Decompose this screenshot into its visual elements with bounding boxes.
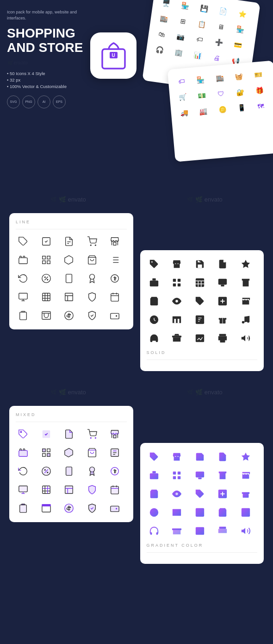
hero-subtitle: Icon pack for mobile app, website and in… <box>7 9 90 21</box>
svg-point-98 <box>47 472 48 473</box>
line-store2b-icon <box>39 308 54 323</box>
solid-building2-icon <box>169 331 184 346</box>
mixed-computer-icon <box>16 482 31 497</box>
gradient-star-icon <box>238 449 253 464</box>
svg-rect-11 <box>42 256 45 259</box>
store3-icon: 🏬 <box>213 71 227 85</box>
gradient-icon-grid <box>147 449 258 538</box>
ai-badge: AI <box>37 95 50 108</box>
mixed-cart-icon <box>85 427 99 442</box>
svg-rect-26 <box>66 274 72 283</box>
coins-icon: 🪙 <box>216 102 230 116</box>
solid-tag2-icon <box>192 294 207 309</box>
line-tag-icon <box>16 234 31 249</box>
envato-watermark-right: 🌿 envato <box>187 196 223 203</box>
svg-rect-9 <box>113 242 116 245</box>
svg-point-101 <box>89 467 94 472</box>
solid-doc-icon <box>215 257 230 271</box>
line-store-icon <box>107 234 122 249</box>
mixed-calendar-icon <box>107 482 122 497</box>
svg-point-80 <box>20 431 22 433</box>
mixed-wallet-icon <box>107 501 122 516</box>
svg-rect-30 <box>19 293 27 299</box>
svg-rect-111 <box>65 486 73 494</box>
shield-icon: 🛡 <box>214 87 228 101</box>
svg-rect-141 <box>195 527 204 535</box>
mixed-list2-icon <box>107 445 122 460</box>
svg-rect-66 <box>173 316 181 323</box>
gradient-warehouse-icon <box>169 505 184 520</box>
coupon-icon: 🎫 <box>251 68 265 82</box>
solid-desktop-icon <box>215 275 230 290</box>
svg-rect-13 <box>42 261 45 264</box>
svg-marker-47 <box>241 260 249 268</box>
hero-section: Icon pack for mobile app, website and in… <box>0 0 273 185</box>
png-badge: PNG <box>22 95 35 108</box>
svg-point-82 <box>90 437 91 438</box>
gradient-bag-icon <box>147 486 161 501</box>
mixed-grid3-icon <box>39 482 54 497</box>
gradient-store-icon <box>169 449 184 464</box>
solid-eye-icon <box>169 294 184 309</box>
gradient-tag2-icon <box>192 486 207 501</box>
mixed-shield3-icon <box>85 501 99 516</box>
gradient-list2-icon <box>238 505 253 520</box>
grid-icon: ⊞ <box>176 14 191 29</box>
building-icon: 🏢 <box>171 45 186 60</box>
gradient-store2-icon <box>215 468 230 483</box>
tag-icon: 🏷 <box>192 32 207 47</box>
eps-badge: EPS <box>53 95 66 108</box>
mixed-store-icon <box>107 427 122 442</box>
line-box-icon <box>62 253 76 267</box>
svg-rect-103 <box>19 486 27 492</box>
mixed-check-icon <box>39 427 54 442</box>
svg-marker-79 <box>241 335 245 341</box>
list-icon: 📋 <box>195 17 210 32</box>
line-dollar2-icon <box>62 308 76 323</box>
solid-headset-icon <box>147 331 161 346</box>
line-list2-icon <box>107 253 122 267</box>
svg-rect-75 <box>195 335 204 342</box>
mixed-clipboard-icon <box>16 501 31 516</box>
line-reward-icon <box>85 271 99 286</box>
svg-rect-140 <box>172 529 181 530</box>
svg-marker-119 <box>241 453 249 461</box>
envato-watermark-left: 🌿 envato <box>50 196 86 203</box>
svg-rect-87 <box>47 449 50 452</box>
svg-rect-89 <box>47 454 50 456</box>
line-grid2-icon <box>39 253 54 267</box>
feature-size: 32 px <box>7 77 90 82</box>
mixed-store2b-icon <box>39 501 54 516</box>
dollar-icon: 💵 <box>195 88 209 102</box>
svg-rect-138 <box>150 532 152 535</box>
line-doc-icon <box>62 234 76 249</box>
solid-store3-icon <box>238 294 253 309</box>
svg-rect-120 <box>149 473 158 479</box>
mixed-style-card: MIXED <box>9 406 133 522</box>
svg-rect-43 <box>20 312 27 320</box>
printer-icon: 🖨 <box>209 51 224 65</box>
hero-left-panel: Icon pack for mobile app, website and in… <box>0 0 97 185</box>
camera-icon: 📷 <box>174 30 188 44</box>
star-icon: ⭐ <box>235 6 250 21</box>
svg-point-73 <box>247 320 249 323</box>
line-divider <box>16 229 127 229</box>
mixed-shield2-icon <box>85 482 99 497</box>
pay-icon: 💳 <box>230 38 245 52</box>
solid-star-icon <box>238 257 253 271</box>
store-icon: 🏪 <box>178 0 192 13</box>
line-recycle-icon <box>16 271 31 286</box>
mixed-discount-icon <box>39 464 54 479</box>
svg-rect-127 <box>198 478 201 480</box>
svg-rect-84 <box>113 435 116 438</box>
gradient-plus-icon <box>215 486 230 501</box>
gift-icon: 🎁 <box>253 83 267 97</box>
svg-point-72 <box>242 321 244 324</box>
svg-rect-112 <box>111 486 119 494</box>
svg-rect-48 <box>149 280 158 286</box>
mixed-grid2-icon <box>39 445 54 460</box>
gradient-divider <box>147 552 258 553</box>
solid-plus-icon <box>215 294 230 309</box>
line-icon-grid <box>16 234 127 323</box>
mixed-coin-icon <box>107 464 122 479</box>
